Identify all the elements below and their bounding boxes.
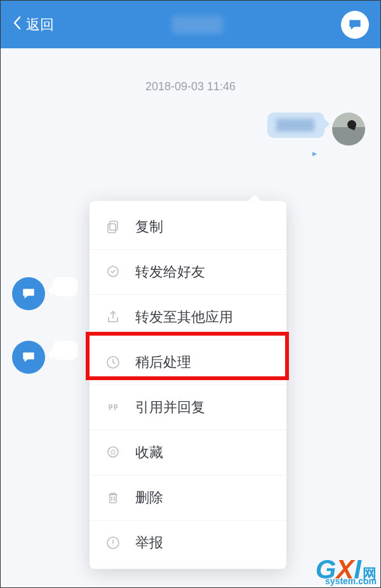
menu-item-copy[interactable]: 复制 [90,205,286,250]
incoming-message-bubble[interactable] [53,341,78,360]
outgoing-message-row [1,113,380,146]
menu-item-label: 删除 [135,488,163,507]
later-icon [105,354,121,371]
report-icon [105,535,121,551]
favorite-icon [105,444,121,461]
menu-item-share-app[interactable]: 转发至其他应用 [90,295,286,340]
back-label: 返回 [26,15,54,34]
quote-reply-icon [105,399,121,416]
menu-item-delete[interactable]: 删除 [90,475,286,521]
chevron-left-icon [12,15,22,34]
header-bar: 返回 [1,1,380,48]
svg-rect-1 [108,224,116,233]
menu-item-label: 转发至其他应用 [135,308,233,327]
menu-item-quote-reply[interactable]: 引用并回复 [90,385,286,430]
svg-rect-0 [110,221,117,230]
menu-item-later[interactable]: 稍后处理 [90,340,286,385]
recipient-avatar[interactable] [12,277,45,310]
menu-item-label: 收藏 [135,443,163,462]
menu-item-favorite[interactable]: 收藏 [90,430,286,475]
context-menu: 复制 转发给好友 转发至其他应用 稍后处理 引用并回复 [90,201,286,569]
incoming-message-bubble[interactable] [53,277,78,296]
copy-icon [105,219,121,235]
menu-item-label: 引用并回复 [135,398,205,417]
menu-item-forward-friend[interactable]: 转发给好友 [90,250,286,295]
chat-area: 2018-09-03 11:46 ▸ 复制 [1,48,380,587]
play-indicator-icon: ▸ [1,148,380,158]
message-timestamp: 2018-09-03 11:46 [1,80,380,93]
svg-point-4 [108,447,118,457]
svg-rect-5 [110,495,116,503]
sender-avatar[interactable] [332,113,365,146]
header-title-blurred [172,16,223,34]
back-button[interactable]: 返回 [12,15,54,34]
outgoing-message-bubble[interactable] [267,113,324,138]
incoming-messages [12,277,78,404]
watermark: G X I 网 system.com [316,554,377,585]
share-app-icon [105,309,121,325]
menu-item-label: 转发给好友 [135,263,205,282]
menu-item-label: 复制 [135,217,163,236]
watermark-domain: system.com [325,576,377,586]
chat-bubble-button[interactable] [341,11,369,39]
message-text-blurred [276,119,314,132]
delete-icon [105,489,121,506]
incoming-message-row [12,277,78,310]
recipient-avatar[interactable] [12,341,45,374]
menu-item-label: 举报 [135,533,163,552]
incoming-message-row [12,341,78,374]
forward-friend-icon [105,264,121,280]
menu-item-report[interactable]: 举报 [90,521,286,565]
svg-point-7 [112,545,114,547]
menu-item-label: 稍后处理 [135,353,191,372]
